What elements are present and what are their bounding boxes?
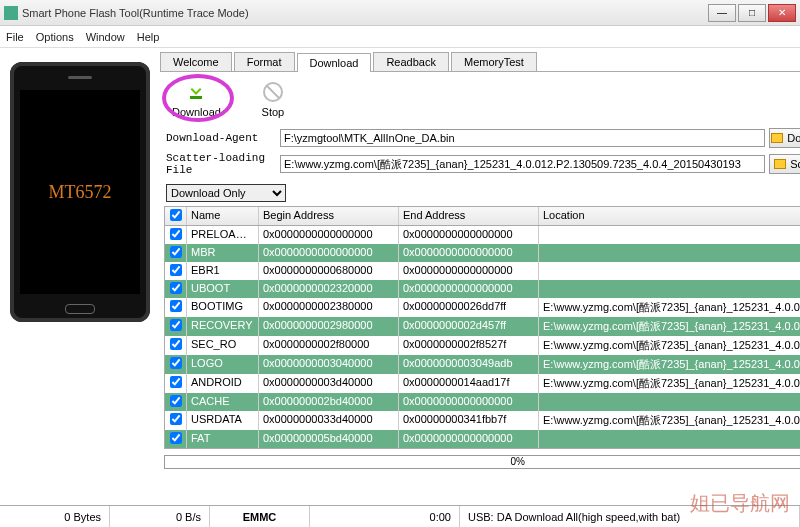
cell-begin: 0x0000000000680000 [259, 262, 399, 280]
cell-end: 0x0000000000000000 [399, 393, 539, 411]
cell-location [539, 280, 800, 298]
cell-name: ANDROID [187, 374, 259, 393]
cell-end: 0x00000000026dd7ff [399, 298, 539, 317]
cell-begin: 0x0000000003d40000 [259, 374, 399, 393]
partition-table: Name Begin Address End Address Location … [164, 206, 800, 449]
row-checkbox[interactable] [170, 319, 182, 331]
status-usb: USB: DA Download All(high speed,with bat… [460, 506, 800, 527]
close-button[interactable]: ✕ [768, 4, 796, 22]
folder-icon [774, 159, 786, 169]
cell-location: E:\www.yzmg.com\[酷派7235]_{anan}_125231_4… [539, 317, 800, 336]
row-checkbox[interactable] [170, 357, 182, 369]
row-checkbox[interactable] [170, 432, 182, 444]
tab-format[interactable]: Format [234, 52, 295, 71]
cell-name: MBR [187, 244, 259, 262]
cell-name: EBR1 [187, 262, 259, 280]
maximize-button[interactable]: □ [738, 4, 766, 22]
table-row[interactable]: MBR0x00000000000000000x0000000000000000 [165, 244, 800, 262]
status-bar: 0 Bytes 0 B/s EMMC 0:00 USB: DA Download… [0, 505, 800, 527]
minimize-button[interactable]: — [708, 4, 736, 22]
cell-location [539, 393, 800, 411]
cell-name: LOGO [187, 355, 259, 374]
cell-end: 0x0000000002d457ff [399, 317, 539, 336]
menu-options[interactable]: Options [36, 31, 74, 43]
download-agent-button[interactable]: Download Agent [769, 128, 800, 148]
cell-location: E:\www.yzmg.com\[酷派7235]_{anan}_125231_4… [539, 355, 800, 374]
tab-welcome[interactable]: Welcome [160, 52, 232, 71]
cell-location: E:\www.yzmg.com\[酷派7235]_{anan}_125231_4… [539, 298, 800, 317]
row-checkbox[interactable] [170, 282, 182, 294]
cell-end: 0x0000000000000000 [399, 226, 539, 244]
table-row[interactable]: SEC_RO0x0000000002f800000x0000000002f852… [165, 336, 800, 355]
tab-download[interactable]: Download [297, 53, 372, 72]
select-all-checkbox[interactable] [170, 209, 182, 221]
tab-strip: Welcome Format Download Readback MemoryT… [160, 52, 800, 72]
cell-begin: 0x0000000002980000 [259, 317, 399, 336]
table-row[interactable]: UBOOT0x00000000023200000x000000000000000… [165, 280, 800, 298]
mode-select[interactable]: Download Only [166, 184, 286, 202]
table-row[interactable]: EBR10x00000000006800000x0000000000000000 [165, 262, 800, 280]
app-icon [4, 6, 18, 20]
menu-window[interactable]: Window [86, 31, 125, 43]
cell-begin: 0x0000000000000000 [259, 244, 399, 262]
cell-name: UBOOT [187, 280, 259, 298]
download-icon [184, 80, 208, 104]
menu-help[interactable]: Help [137, 31, 160, 43]
row-checkbox[interactable] [170, 376, 182, 388]
agent-input[interactable] [280, 129, 765, 147]
col-end[interactable]: End Address [399, 207, 539, 225]
col-name[interactable]: Name [187, 207, 259, 225]
status-bytes: 0 Bytes [0, 506, 110, 527]
svg-rect-0 [190, 96, 202, 99]
cell-name: RECOVERY [187, 317, 259, 336]
table-row[interactable]: LOGO0x00000000030400000x0000000003049adb… [165, 355, 800, 374]
folder-icon [771, 133, 783, 143]
stop-button[interactable]: Stop [261, 80, 285, 118]
scatter-loading-button[interactable]: Scatter-loading [769, 154, 800, 174]
cell-location [539, 226, 800, 244]
col-location[interactable]: Location [539, 207, 800, 225]
row-checkbox[interactable] [170, 395, 182, 407]
table-row[interactable]: ANDROID0x0000000003d400000x0000000014aad… [165, 374, 800, 393]
table-row[interactable]: USRDATA0x0000000033d400000x00000000341fb… [165, 411, 800, 430]
table-row[interactable]: CACHE0x000000002bd400000x000000000000000… [165, 393, 800, 411]
row-checkbox[interactable] [170, 413, 182, 425]
row-checkbox[interactable] [170, 300, 182, 312]
cell-begin: 0x0000000033d40000 [259, 411, 399, 430]
cell-location: E:\www.yzmg.com\[酷派7235]_{anan}_125231_4… [539, 411, 800, 430]
table-row[interactable]: PRELOADER0x00000000000000000x00000000000… [165, 226, 800, 244]
status-storage: EMMC [210, 506, 310, 527]
scatter-input[interactable] [280, 155, 765, 173]
cell-begin: 0x000000005bd40000 [259, 430, 399, 448]
phone-mockup: MT6572 [10, 62, 150, 322]
cell-location [539, 244, 800, 262]
agent-label: Download-Agent [166, 132, 276, 144]
menu-file[interactable]: File [6, 31, 24, 43]
cell-location [539, 262, 800, 280]
download-button[interactable]: Download [172, 80, 221, 118]
menu-bar: File Options Window Help [0, 26, 800, 48]
cell-location: E:\www.yzmg.com\[酷派7235]_{anan}_125231_4… [539, 374, 800, 393]
row-checkbox[interactable] [170, 228, 182, 240]
progress-bar: 0% [164, 455, 800, 469]
row-checkbox[interactable] [170, 264, 182, 276]
row-checkbox[interactable] [170, 338, 182, 350]
status-rate: 0 B/s [110, 506, 210, 527]
table-row[interactable]: FAT0x000000005bd400000x0000000000000000 [165, 430, 800, 448]
tab-readback[interactable]: Readback [373, 52, 449, 71]
cell-end: 0x0000000000000000 [399, 262, 539, 280]
cell-end: 0x0000000014aad17f [399, 374, 539, 393]
col-begin[interactable]: Begin Address [259, 207, 399, 225]
cell-end: 0x0000000000000000 [399, 280, 539, 298]
row-checkbox[interactable] [170, 246, 182, 258]
cell-begin: 0x000000002bd40000 [259, 393, 399, 411]
phone-preview-pane: MT6572 [0, 48, 160, 505]
chip-label: MT6572 [49, 182, 112, 203]
cell-end: 0x0000000002f8527f [399, 336, 539, 355]
tab-memorytest[interactable]: MemoryTest [451, 52, 537, 71]
table-row[interactable]: RECOVERY0x00000000029800000x0000000002d4… [165, 317, 800, 336]
cell-end: 0x0000000000000000 [399, 430, 539, 448]
scatter-label: Scatter-loading File [166, 152, 276, 176]
window-title: Smart Phone Flash Tool(Runtime Trace Mod… [22, 7, 708, 19]
table-row[interactable]: BOOTIMG0x00000000023800000x00000000026dd… [165, 298, 800, 317]
